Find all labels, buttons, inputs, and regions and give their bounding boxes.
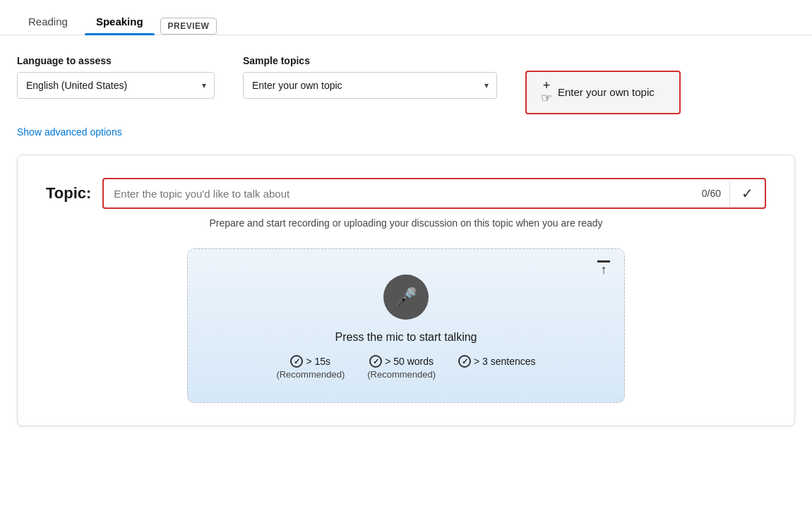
requirement-3sentences: ✓ > 3 sentences <box>458 355 536 369</box>
req-50words-text: > 50 words <box>385 356 434 367</box>
requirement-15s: ✓ > 15s (Recommended) <box>276 355 345 380</box>
char-count: 0/60 <box>693 181 730 206</box>
tab-speaking[interactable]: Speaking <box>85 8 155 35</box>
language-field-group: Language to assess English (United State… <box>17 55 215 99</box>
req-15s-sub: (Recommended) <box>276 369 345 380</box>
req-50words-sub: (Recommended) <box>367 369 436 380</box>
enter-topic-button-label: Enter your own topic <box>558 85 655 100</box>
req-15s-text: > 15s <box>306 356 330 367</box>
tab-reading[interactable]: Reading <box>17 8 79 35</box>
show-advanced-options-link[interactable]: Show advanced options <box>17 126 122 138</box>
upload-arrow-icon: ↑ <box>597 260 610 276</box>
check-3sentences-icon: ✓ <box>458 355 471 368</box>
topic-input-wrapper: 0/60 ✓ <box>102 178 766 209</box>
topic-input[interactable] <box>104 181 693 207</box>
req-15s-row: ✓ > 15s <box>290 355 330 368</box>
requirements-row: ✓ > 15s (Recommended) ✓ > 50 words (Reco… <box>276 355 535 380</box>
press-mic-text: Press the mic to start talking <box>335 331 477 344</box>
language-label: Language to assess <box>17 55 215 66</box>
check-15s-icon: ✓ <box>290 355 303 368</box>
check-50words-icon: ✓ <box>369 355 382 368</box>
sample-topics-select-wrapper: Enter your own topic ▾ <box>243 72 497 99</box>
req-3sentences-text: > 3 sentences <box>474 356 536 367</box>
main-card: Topic: 0/60 ✓ Prepare and start recordin… <box>17 155 795 426</box>
mic-icon: 🎤 <box>395 287 417 308</box>
req-50words-row: ✓ > 50 words <box>369 355 434 368</box>
sample-topics-label: Sample topics <box>243 55 497 66</box>
tab-preview[interactable]: PREVIEW <box>160 18 217 35</box>
main-content: Language to assess English (United State… <box>0 35 812 443</box>
topic-confirm-button[interactable]: ✓ <box>730 179 765 207</box>
enter-your-own-topic-button[interactable]: + ☞ Enter your own topic <box>525 71 681 114</box>
recording-area: ↑ 🎤 Press the mic to start talking ✓ > 1… <box>187 248 625 403</box>
tabs-bar: Reading Speaking PREVIEW <box>0 0 812 35</box>
sample-topics-field-group: Sample topics Enter your own topic ▾ <box>243 55 497 99</box>
topic-label: Topic: <box>46 184 91 203</box>
req-3sentences-row: ✓ > 3 sentences <box>458 355 536 368</box>
form-row: Language to assess English (United State… <box>17 55 795 114</box>
sample-topics-select[interactable]: Enter your own topic <box>243 72 497 99</box>
topic-description: Prepare and start recording or uploading… <box>46 217 766 229</box>
plus-cursor-icon: + ☞ <box>541 79 552 106</box>
upload-button[interactable]: ↑ <box>597 260 610 276</box>
language-select-wrapper: English (United States) ▾ <box>17 72 215 99</box>
requirement-50words: ✓ > 50 words (Recommended) <box>367 355 436 380</box>
topic-row: Topic: 0/60 ✓ <box>46 178 766 209</box>
language-select[interactable]: English (United States) <box>17 72 215 99</box>
mic-button[interactable]: 🎤 <box>383 275 429 320</box>
hand-cursor-icon: ☞ <box>541 90 552 106</box>
